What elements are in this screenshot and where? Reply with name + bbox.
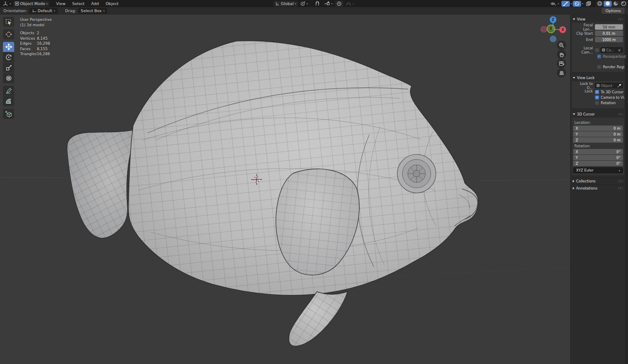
- eyedropper-icon[interactable]: [617, 84, 621, 88]
- clip-end-field[interactable]: 1000 m: [595, 37, 623, 42]
- tool-scale[interactable]: [3, 63, 14, 73]
- drag-value: Select Box: [81, 8, 102, 13]
- section-header-annotations[interactable]: Annotations: [572, 185, 624, 192]
- 3d-viewport: User Perspective (1) 3d model Objects2 V…: [0, 15, 628, 364]
- passepartout-label: Passepartout: [603, 54, 626, 59]
- xray-toggle[interactable]: [584, 1, 593, 7]
- orientation-icon: [32, 9, 36, 13]
- stat-objects: Objects2: [20, 31, 52, 36]
- snap-target-dropdown[interactable]: ▾: [322, 1, 334, 7]
- drag-grip-icon[interactable]: [618, 113, 623, 115]
- orientation-default-dropdown[interactable]: Default ▾: [29, 8, 58, 14]
- drag-grip-icon[interactable]: [618, 187, 623, 190]
- tool-move[interactable]: [3, 42, 14, 52]
- menu-select[interactable]: Select: [69, 0, 88, 7]
- caret-right-icon: [573, 180, 574, 182]
- section-header-view-lock[interactable]: View Lock: [572, 74, 624, 81]
- focal-length-label: Focal Len...: [573, 23, 595, 31]
- tool-annotate[interactable]: [3, 86, 14, 96]
- chevron-down-icon[interactable]: ▾: [571, 3, 572, 5]
- chevron-down-icon: ▾: [103, 10, 105, 12]
- local-camera-object-field[interactable]: Ca... ×: [600, 47, 623, 53]
- tool-rotate[interactable]: [3, 52, 14, 62]
- tool-measure[interactable]: [3, 96, 14, 106]
- fish-mesh-object: [67, 41, 478, 346]
- tool-cursor[interactable]: [3, 29, 14, 39]
- snap-toggle[interactable]: [313, 1, 322, 7]
- toolbar: [3, 17, 14, 121]
- overlays-toggle[interactable]: [573, 1, 581, 7]
- camera-to-view-label: Camera to Vi...: [601, 95, 627, 100]
- chevron-down-icon: ▾: [295, 3, 296, 5]
- shading-material-button[interactable]: [612, 1, 620, 7]
- shading-solid-button[interactable]: [604, 1, 612, 7]
- lock-to-object-field[interactable]: Object: [595, 83, 623, 88]
- chevron-down-icon[interactable]: ▾: [582, 3, 583, 5]
- editor-type-selector[interactable]: ▾: [1, 1, 13, 7]
- orthographic-toggle-button[interactable]: [557, 68, 566, 77]
- menu-object[interactable]: Object: [102, 0, 122, 7]
- zoom-button[interactable]: [557, 41, 566, 50]
- camera-to-view-checkbox[interactable]: ✓: [595, 95, 599, 100]
- gizmo-icon: [563, 1, 568, 6]
- proportional-editing-toggle[interactable]: [335, 1, 343, 7]
- cursor-location-x-field[interactable]: X0 m: [573, 126, 623, 131]
- sidebar-gutter[interactable]: [625, 15, 628, 364]
- cursor-location-z-field[interactable]: Z0 m: [573, 137, 623, 143]
- gizmos-toggle[interactable]: [561, 1, 570, 7]
- pelvic-fin: [289, 292, 347, 346]
- cursor-rotation-z-field[interactable]: Z0°: [573, 161, 623, 166]
- object-data-icon: [597, 84, 600, 87]
- pivot-point-dropdown[interactable]: ▾: [299, 1, 309, 7]
- gizmo-axis-z-neg[interactable]: [550, 36, 556, 42]
- clip-start-field[interactable]: 0.01 m: [595, 31, 623, 36]
- drag-grip-icon[interactable]: [618, 180, 623, 182]
- rotation-mode-dropdown[interactable]: XYZ Euler ▾: [573, 167, 623, 173]
- tool-add-primitive[interactable]: [3, 109, 14, 119]
- section-header-view[interactable]: View: [572, 15, 624, 23]
- snap-target-icon: [324, 1, 330, 6]
- object-mode-icon: [15, 2, 19, 5]
- lock-rotation-checkbox[interactable]: [595, 101, 599, 105]
- section-body-view-lock: Lock to O... Object Lock ✓ To 3D Cursor: [572, 81, 624, 108]
- render-region-checkbox[interactable]: [597, 65, 601, 69]
- passepartout-checkbox[interactable]: ✓: [597, 54, 601, 59]
- pan-hand-button[interactable]: [557, 50, 566, 59]
- tool-select-box[interactable]: [3, 17, 14, 27]
- cursor-location-y-field[interactable]: Y0 m: [573, 131, 623, 137]
- menu-add[interactable]: Add: [88, 0, 102, 7]
- focal-length-field[interactable]: 50 mm: [595, 24, 623, 30]
- clear-camera-icon[interactable]: ×: [617, 48, 621, 52]
- proportional-falloff-dropdown[interactable]: ▾: [344, 1, 355, 7]
- tool-transform[interactable]: [3, 73, 14, 83]
- shading-wireframe-button[interactable]: [596, 1, 604, 7]
- shading-mode-group: [596, 1, 628, 7]
- navigation-gizmo[interactable]: Y Z X: [536, 16, 570, 45]
- options-button[interactable]: Options: [602, 8, 625, 14]
- drag-mode-dropdown[interactable]: Select Box ▾: [78, 8, 107, 14]
- shading-rendered-button[interactable]: [620, 1, 628, 7]
- camera-view-button[interactable]: [557, 59, 566, 68]
- section-header-3d-cursor[interactable]: 3D Cursor: [572, 110, 624, 118]
- lock-label: Lock: [573, 89, 595, 93]
- gizmo-axis-x-neg[interactable]: [541, 26, 547, 32]
- viewport-canvas[interactable]: [0, 15, 628, 364]
- transform-orientation-dropdown[interactable]: Global ▾: [273, 1, 298, 7]
- to-3d-cursor-label: To 3D Cursor: [601, 90, 623, 94]
- orientation-label: Orientation:: [3, 8, 27, 13]
- mode-selector[interactable]: Object Mode ▾: [13, 1, 49, 7]
- clip-start-label: Clip Start: [573, 31, 595, 36]
- chevron-down-icon: ▾: [558, 3, 559, 5]
- local-camera-checkbox[interactable]: [595, 48, 599, 52]
- section-title: View Lock: [577, 76, 595, 80]
- caret-down-icon: [573, 77, 575, 79]
- section-header-collections[interactable]: Collections: [572, 177, 624, 185]
- drag-grip-icon[interactable]: [618, 18, 623, 21]
- object-visibility-dropdown[interactable]: ▾: [549, 1, 561, 7]
- cursor-rotation-y-field[interactable]: Y0°: [573, 155, 623, 160]
- tail-fin: [67, 129, 139, 238]
- cursor-rotation-x-field[interactable]: X0°: [573, 149, 623, 154]
- menu-view[interactable]: View: [53, 0, 69, 7]
- caret-right-icon: [573, 187, 574, 190]
- to-3d-cursor-checkbox[interactable]: ✓: [595, 90, 599, 94]
